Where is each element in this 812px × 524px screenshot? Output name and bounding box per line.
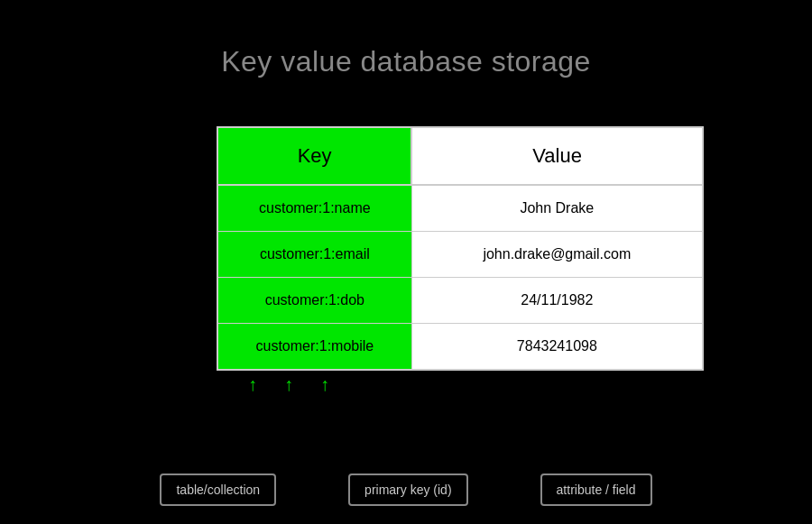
key-column-header: Key [217, 127, 411, 185]
key-cell: customer:1:dob [217, 278, 411, 324]
arrow-3: ↑ [320, 374, 329, 395]
arrow-1: ↑ [248, 374, 257, 395]
page-title: Key value database storage [0, 0, 812, 78]
key-cell: customer:1:mobile [217, 324, 411, 371]
annotation-primary-key: primary key (id) [348, 473, 467, 506]
key-cell: customer:1:name [217, 185, 411, 232]
key-cell: customer:1:email [217, 232, 411, 278]
table-row: customer:1:mobile7843241098 [217, 324, 703, 371]
key-arrows: ↑ ↑ ↑ [217, 374, 361, 395]
value-cell: 24/11/1982 [411, 278, 703, 324]
annotation-attribute-field: attribute / field [540, 473, 652, 506]
database-table-container: Key Value customer:1:nameJohn Drakecusto… [217, 126, 704, 371]
value-cell: 7843241098 [411, 324, 703, 371]
arrow-2: ↑ [284, 374, 293, 395]
table-row: customer:1:nameJohn Drake [217, 185, 703, 232]
value-cell: john.drake@gmail.com [411, 232, 703, 278]
key-value-table: Key Value customer:1:nameJohn Drakecusto… [217, 126, 704, 371]
value-column-header: Value [411, 127, 703, 185]
table-row: customer:1:emailjohn.drake@gmail.com [217, 232, 703, 278]
annotations-container: table/collection primary key (id) attrib… [0, 473, 812, 506]
annotation-table-collection: table/collection [160, 473, 276, 506]
table-row: customer:1:dob24/11/1982 [217, 278, 703, 324]
value-cell: John Drake [411, 185, 703, 232]
